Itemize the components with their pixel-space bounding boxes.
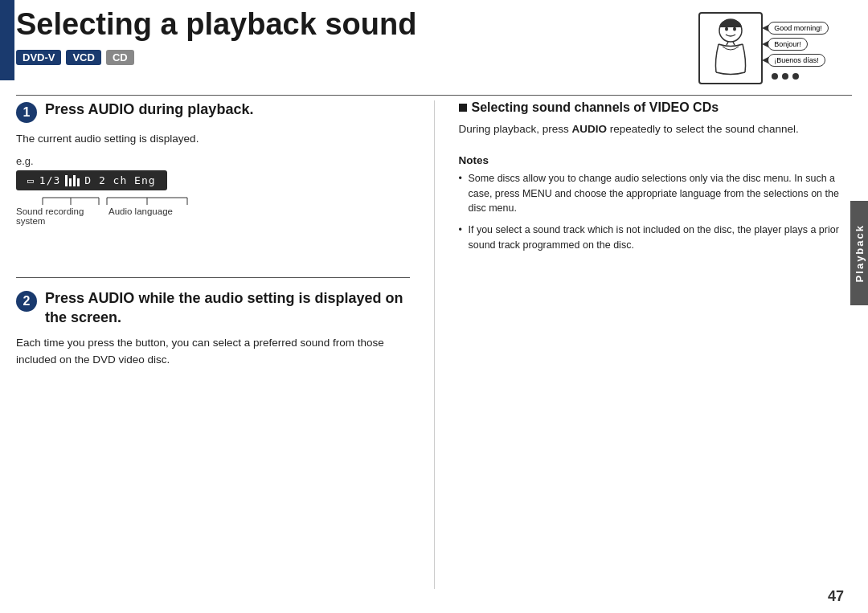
badge-vcd: VCD — [66, 50, 100, 65]
dot-3 — [792, 73, 799, 80]
step2-number: 2 — [16, 291, 37, 312]
display-bars — [65, 175, 80, 186]
bubble-good-morning: Good morning! — [768, 22, 829, 35]
page-title: Selecting a playback sound — [16, 8, 675, 42]
page-container: Selecting a playback sound DVD-V VCD CD — [0, 0, 868, 613]
bubble-buenos-dias: ¡Buenos días! — [768, 54, 825, 67]
step2-title: Press AUDIO while the audio setting is d… — [45, 289, 410, 327]
right-body-text: During playback, press AUDIO repeatedly … — [459, 121, 853, 138]
illustration-area: Good morning! Bonjour! ¡Buenos días! — [675, 8, 852, 88]
dot-2 — [782, 73, 788, 80]
left-blue-bar — [0, 0, 14, 80]
dot-1 — [772, 73, 778, 80]
character-svg — [706, 16, 755, 80]
sidebar-label: Playback — [854, 224, 866, 282]
svg-line-4 — [733, 42, 735, 45]
step1-number: 1 — [16, 102, 37, 123]
bracket-annotation: Sound recordingsystem Audio language — [16, 197, 410, 233]
bracket-label-language: Audio language — [108, 206, 173, 216]
display-inner: ▭ 1/3 D 2 ch Eng — [27, 174, 156, 186]
badge-dvdv: DVD-V — [16, 50, 61, 65]
step1-title: Press AUDIO during playback. — [45, 100, 253, 119]
notes-title: Notes — [459, 154, 853, 166]
header-section: Selecting a playback sound DVD-V VCD CD — [16, 8, 852, 88]
badge-row: DVD-V VCD CD — [16, 50, 675, 65]
right-sidebar-tab: Playback — [850, 201, 868, 305]
note-item-1: Some discs allow you to change audio sel… — [459, 171, 853, 216]
display-icon: ▭ — [27, 174, 35, 186]
bullet-title-text: Selecting sound channels of VIDEO CDs — [472, 100, 719, 115]
eg-label: e.g. — [16, 155, 410, 167]
dots-row — [772, 73, 829, 80]
svg-line-3 — [727, 42, 728, 45]
bullet-section-title: Selecting sound channels of VIDEO CDs — [459, 100, 853, 115]
notes-list: Some discs allow you to change audio sel… — [459, 171, 853, 253]
badge-cd: CD — [106, 50, 134, 65]
bullet-square-icon — [459, 104, 467, 112]
title-block: Selecting a playback sound DVD-V VCD CD — [16, 8, 675, 65]
top-divider — [16, 95, 852, 96]
display-box: ▭ 1/3 D 2 ch Eng — [16, 170, 167, 190]
display-channel: D 2 ch Eng — [84, 174, 155, 186]
step1-header: 1 Press AUDIO during playback. — [16, 100, 410, 123]
notes-section: Notes Some discs allow you to change aud… — [459, 154, 853, 253]
right-column: Selecting sound channels of VIDEO CDs Du… — [435, 100, 853, 589]
figure-box — [698, 12, 763, 84]
note-item-2: If you select a sound track which is not… — [459, 223, 853, 253]
svg-point-2 — [733, 27, 736, 31]
display-track: 1/3 — [39, 174, 60, 186]
step2-body: Each time you press the button, you can … — [16, 335, 410, 369]
left-column: 1 Press AUDIO during playback. The curre… — [16, 100, 435, 589]
bubble-bonjour: Bonjour! — [768, 38, 808, 51]
step-divider — [16, 277, 410, 278]
bracket-label-recording: Sound recordingsystem — [16, 206, 84, 226]
svg-point-1 — [725, 27, 728, 31]
step2-header: 2 Press AUDIO while the audio setting is… — [16, 289, 410, 327]
step1-body: The current audio setting is displayed. — [16, 131, 410, 147]
main-content: 1 Press AUDIO during playback. The curre… — [16, 100, 852, 589]
page-number: 47 — [828, 588, 844, 605]
